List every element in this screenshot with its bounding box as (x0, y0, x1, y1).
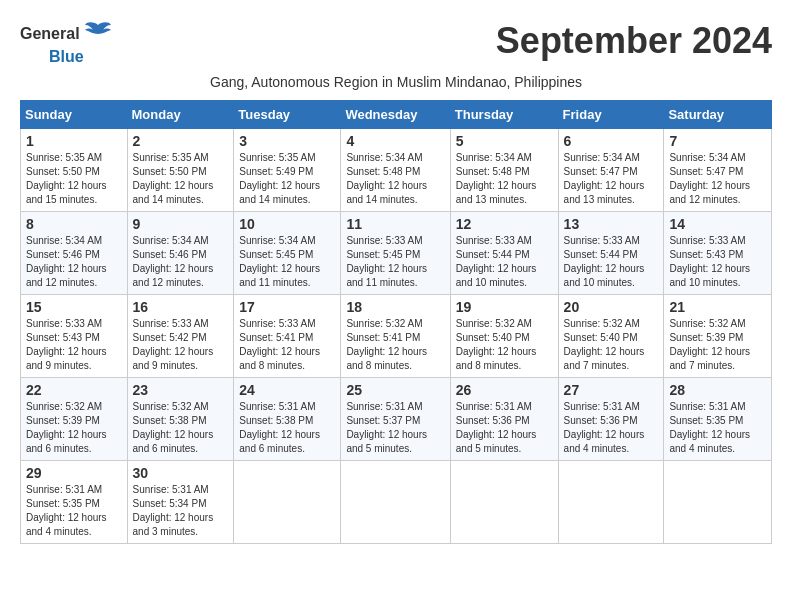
day-number: 24 (239, 382, 335, 398)
calendar-cell: 29 Sunrise: 5:31 AMSunset: 5:35 PMDaylig… (21, 461, 128, 544)
day-number: 3 (239, 133, 335, 149)
day-info: Sunrise: 5:31 AMSunset: 5:35 PMDaylight:… (26, 484, 107, 537)
day-number: 4 (346, 133, 444, 149)
calendar-cell: 2 Sunrise: 5:35 AMSunset: 5:50 PMDayligh… (127, 129, 234, 212)
calendar-cell (341, 461, 450, 544)
location-subtitle: Gang, Autonomous Region in Muslim Mindan… (20, 74, 772, 90)
calendar-cell: 26 Sunrise: 5:31 AMSunset: 5:36 PMDaylig… (450, 378, 558, 461)
logo-general-text: General (20, 25, 80, 43)
weekday-header-monday: Monday (127, 101, 234, 129)
calendar-cell: 25 Sunrise: 5:31 AMSunset: 5:37 PMDaylig… (341, 378, 450, 461)
day-info: Sunrise: 5:31 AMSunset: 5:36 PMDaylight:… (564, 401, 645, 454)
day-info: Sunrise: 5:34 AMSunset: 5:47 PMDaylight:… (564, 152, 645, 205)
calendar-cell: 9 Sunrise: 5:34 AMSunset: 5:46 PMDayligh… (127, 212, 234, 295)
calendar-week-1: 8 Sunrise: 5:34 AMSunset: 5:46 PMDayligh… (21, 212, 772, 295)
calendar-cell: 22 Sunrise: 5:32 AMSunset: 5:39 PMDaylig… (21, 378, 128, 461)
day-number: 5 (456, 133, 553, 149)
calendar-week-4: 29 Sunrise: 5:31 AMSunset: 5:35 PMDaylig… (21, 461, 772, 544)
day-number: 28 (669, 382, 766, 398)
day-number: 19 (456, 299, 553, 315)
day-number: 15 (26, 299, 122, 315)
day-number: 27 (564, 382, 659, 398)
day-info: Sunrise: 5:31 AMSunset: 5:37 PMDaylight:… (346, 401, 427, 454)
day-info: Sunrise: 5:35 AMSunset: 5:50 PMDaylight:… (133, 152, 214, 205)
day-info: Sunrise: 5:31 AMSunset: 5:38 PMDaylight:… (239, 401, 320, 454)
day-info: Sunrise: 5:32 AMSunset: 5:41 PMDaylight:… (346, 318, 427, 371)
day-info: Sunrise: 5:34 AMSunset: 5:46 PMDaylight:… (133, 235, 214, 288)
calendar-cell: 28 Sunrise: 5:31 AMSunset: 5:35 PMDaylig… (664, 378, 772, 461)
weekday-header-thursday: Thursday (450, 101, 558, 129)
day-number: 13 (564, 216, 659, 232)
day-info: Sunrise: 5:34 AMSunset: 5:46 PMDaylight:… (26, 235, 107, 288)
calendar-cell: 21 Sunrise: 5:32 AMSunset: 5:39 PMDaylig… (664, 295, 772, 378)
day-info: Sunrise: 5:33 AMSunset: 5:41 PMDaylight:… (239, 318, 320, 371)
weekday-header-row: SundayMondayTuesdayWednesdayThursdayFrid… (21, 101, 772, 129)
day-number: 30 (133, 465, 229, 481)
calendar-cell: 17 Sunrise: 5:33 AMSunset: 5:41 PMDaylig… (234, 295, 341, 378)
weekday-header-saturday: Saturday (664, 101, 772, 129)
day-number: 21 (669, 299, 766, 315)
day-info: Sunrise: 5:32 AMSunset: 5:40 PMDaylight:… (564, 318, 645, 371)
logo: General Blue (20, 20, 113, 66)
calendar-week-0: 1 Sunrise: 5:35 AMSunset: 5:50 PMDayligh… (21, 129, 772, 212)
calendar-cell: 30 Sunrise: 5:31 AMSunset: 5:34 PMDaylig… (127, 461, 234, 544)
day-info: Sunrise: 5:33 AMSunset: 5:42 PMDaylight:… (133, 318, 214, 371)
day-number: 18 (346, 299, 444, 315)
calendar-cell (664, 461, 772, 544)
calendar-cell (558, 461, 664, 544)
calendar-cell: 5 Sunrise: 5:34 AMSunset: 5:48 PMDayligh… (450, 129, 558, 212)
day-number: 22 (26, 382, 122, 398)
calendar-cell: 20 Sunrise: 5:32 AMSunset: 5:40 PMDaylig… (558, 295, 664, 378)
day-info: Sunrise: 5:32 AMSunset: 5:40 PMDaylight:… (456, 318, 537, 371)
weekday-header-friday: Friday (558, 101, 664, 129)
weekday-header-wednesday: Wednesday (341, 101, 450, 129)
day-number: 26 (456, 382, 553, 398)
day-info: Sunrise: 5:33 AMSunset: 5:44 PMDaylight:… (564, 235, 645, 288)
page-header: General Blue September 2024 (20, 20, 772, 66)
day-info: Sunrise: 5:34 AMSunset: 5:48 PMDaylight:… (346, 152, 427, 205)
day-number: 29 (26, 465, 122, 481)
calendar-cell: 11 Sunrise: 5:33 AMSunset: 5:45 PMDaylig… (341, 212, 450, 295)
day-info: Sunrise: 5:33 AMSunset: 5:43 PMDaylight:… (669, 235, 750, 288)
weekday-header-tuesday: Tuesday (234, 101, 341, 129)
day-info: Sunrise: 5:34 AMSunset: 5:48 PMDaylight:… (456, 152, 537, 205)
day-info: Sunrise: 5:31 AMSunset: 5:34 PMDaylight:… (133, 484, 214, 537)
day-number: 11 (346, 216, 444, 232)
logo-blue-text: Blue (49, 48, 84, 66)
day-info: Sunrise: 5:33 AMSunset: 5:43 PMDaylight:… (26, 318, 107, 371)
day-number: 8 (26, 216, 122, 232)
day-number: 12 (456, 216, 553, 232)
day-number: 10 (239, 216, 335, 232)
calendar-cell: 24 Sunrise: 5:31 AMSunset: 5:38 PMDaylig… (234, 378, 341, 461)
day-number: 6 (564, 133, 659, 149)
calendar-cell: 16 Sunrise: 5:33 AMSunset: 5:42 PMDaylig… (127, 295, 234, 378)
day-info: Sunrise: 5:31 AMSunset: 5:36 PMDaylight:… (456, 401, 537, 454)
day-info: Sunrise: 5:33 AMSunset: 5:44 PMDaylight:… (456, 235, 537, 288)
calendar-cell: 13 Sunrise: 5:33 AMSunset: 5:44 PMDaylig… (558, 212, 664, 295)
calendar-cell (450, 461, 558, 544)
day-number: 17 (239, 299, 335, 315)
day-info: Sunrise: 5:32 AMSunset: 5:39 PMDaylight:… (669, 318, 750, 371)
day-number: 25 (346, 382, 444, 398)
calendar-cell: 10 Sunrise: 5:34 AMSunset: 5:45 PMDaylig… (234, 212, 341, 295)
calendar-cell: 6 Sunrise: 5:34 AMSunset: 5:47 PMDayligh… (558, 129, 664, 212)
calendar-cell: 7 Sunrise: 5:34 AMSunset: 5:47 PMDayligh… (664, 129, 772, 212)
day-info: Sunrise: 5:35 AMSunset: 5:50 PMDaylight:… (26, 152, 107, 205)
day-info: Sunrise: 5:33 AMSunset: 5:45 PMDaylight:… (346, 235, 427, 288)
day-info: Sunrise: 5:34 AMSunset: 5:45 PMDaylight:… (239, 235, 320, 288)
day-info: Sunrise: 5:32 AMSunset: 5:38 PMDaylight:… (133, 401, 214, 454)
calendar-cell: 23 Sunrise: 5:32 AMSunset: 5:38 PMDaylig… (127, 378, 234, 461)
month-title: September 2024 (496, 20, 772, 62)
calendar-cell: 8 Sunrise: 5:34 AMSunset: 5:46 PMDayligh… (21, 212, 128, 295)
weekday-header-sunday: Sunday (21, 101, 128, 129)
calendar-cell: 3 Sunrise: 5:35 AMSunset: 5:49 PMDayligh… (234, 129, 341, 212)
logo-bird-icon (83, 20, 113, 48)
day-number: 9 (133, 216, 229, 232)
day-number: 23 (133, 382, 229, 398)
day-number: 16 (133, 299, 229, 315)
day-info: Sunrise: 5:34 AMSunset: 5:47 PMDaylight:… (669, 152, 750, 205)
calendar-cell: 4 Sunrise: 5:34 AMSunset: 5:48 PMDayligh… (341, 129, 450, 212)
calendar-cell: 1 Sunrise: 5:35 AMSunset: 5:50 PMDayligh… (21, 129, 128, 212)
day-number: 7 (669, 133, 766, 149)
day-info: Sunrise: 5:31 AMSunset: 5:35 PMDaylight:… (669, 401, 750, 454)
